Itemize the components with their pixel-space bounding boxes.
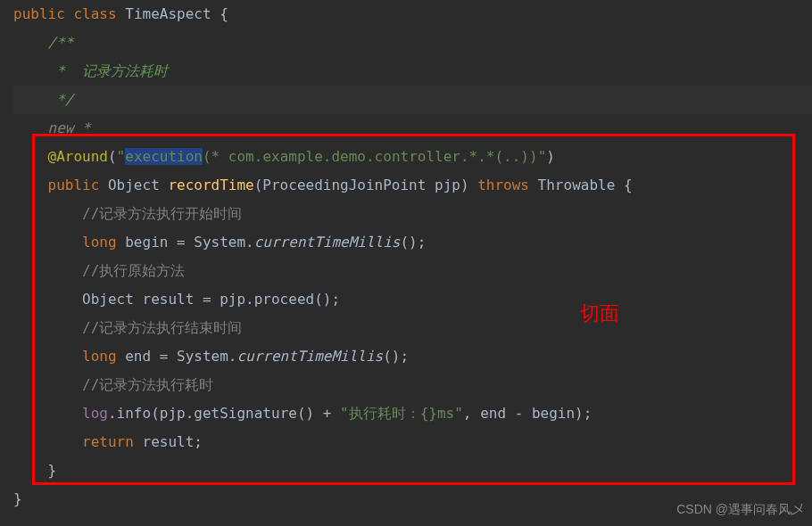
- code-line: public class TimeAspect {: [13, 0, 812, 29]
- brace: {: [211, 5, 228, 22]
- statement: Object result = pjp.proceed();: [82, 291, 340, 308]
- comment: //执行原始方法: [82, 262, 185, 279]
- code-line: //执行原始方法: [13, 257, 812, 285]
- brace: }: [48, 462, 57, 479]
- code-line: @Around("execution(* com.example.demo.co…: [13, 143, 812, 171]
- code-line: Object result = pjp.proceed();: [13, 285, 812, 314]
- javadoc-text: 记录方法耗时: [73, 62, 168, 79]
- keyword-return: return: [82, 433, 134, 450]
- code-line: return result;: [13, 428, 812, 456]
- javadoc-start: /**: [48, 34, 74, 51]
- comment: //记录方法执行耗时: [82, 376, 213, 393]
- code-editor[interactable]: public class TimeAspect { /** * 记录方法耗时 *…: [0, 0, 812, 514]
- selected-text: execution: [125, 148, 203, 165]
- code-line: //记录方法执行结束时间: [13, 314, 812, 342]
- keyword-long: long: [82, 234, 117, 251]
- annotation-label: 切面: [580, 294, 619, 333]
- code-line: public Object recordTime(ProceedingJoinP…: [13, 171, 812, 200]
- class-name: TimeAspect: [125, 5, 211, 22]
- brace: }: [13, 490, 22, 507]
- code-line: long end = System.currentTimeMillis();: [13, 342, 812, 371]
- code-line: //记录方法执行开始时间: [13, 200, 812, 228]
- keyword-long: long: [82, 348, 117, 365]
- keyword-throws: throws: [477, 177, 529, 193]
- keyword-public: public: [48, 177, 100, 193]
- method-name: recordTime: [168, 177, 253, 193]
- javadoc-end: */: [56, 91, 73, 108]
- comment: //记录方法执行开始时间: [82, 205, 242, 222]
- code-line: //记录方法执行耗时: [13, 371, 812, 399]
- static-method: currentTimeMillis: [254, 234, 401, 251]
- code-line: /**: [13, 29, 812, 57]
- comment: //记录方法执行结束时间: [82, 319, 242, 336]
- code-line: * 记录方法耗时: [13, 57, 812, 86]
- log-var: log: [82, 405, 108, 422]
- code-line: }: [13, 456, 812, 485]
- code-line: log.info(pjp.getSignature() + "执行耗时：{}ms…: [13, 399, 812, 428]
- keyword-class: class: [73, 5, 116, 22]
- hint-text: new *: [48, 119, 91, 136]
- code-line-highlighted: */: [13, 86, 812, 114]
- annotation-around: @Around: [48, 148, 108, 165]
- code-line: new *: [13, 114, 812, 143]
- watermark: CSDN @遇事问春风乄: [676, 497, 803, 522]
- keyword-public: public: [13, 5, 65, 22]
- javadoc-star: *: [56, 62, 73, 79]
- static-method: currentTimeMillis: [236, 348, 383, 365]
- code-line: long begin = System.currentTimeMillis();: [13, 228, 812, 257]
- string-literal: "执行耗时：{}ms": [340, 405, 463, 422]
